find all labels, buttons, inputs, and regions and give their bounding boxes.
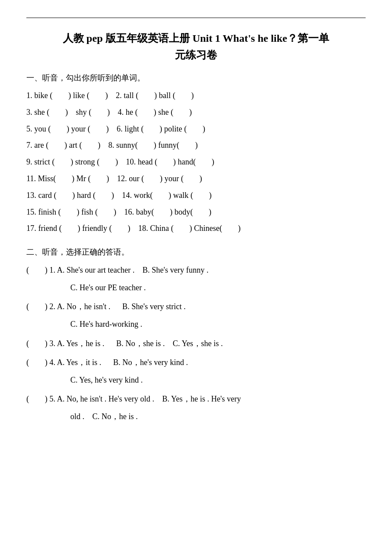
blank — [154, 204, 170, 221]
blank — [144, 171, 160, 187]
blank — [82, 137, 98, 154]
opt-3c: C. Yes，she is . — [173, 339, 223, 348]
blank — [48, 137, 64, 154]
section2-item-3: ( ) 3. A. Yes，he is . B. No，she is . C. … — [26, 335, 366, 353]
answer-blank-1 — [29, 262, 45, 279]
blank — [184, 171, 200, 187]
blank — [100, 154, 116, 171]
opt-4c: C. Yes, he's very kind . — [26, 372, 366, 389]
opt-3b: B. No，she is . — [116, 339, 165, 348]
blank — [90, 121, 106, 138]
blank — [175, 88, 191, 104]
top-divider — [26, 18, 366, 18]
opt-2c: C. He's hard-working . — [26, 316, 366, 333]
opt-3a: A. Yes，he is . — [57, 339, 105, 348]
opt-1b: B. She's very funny . — [142, 266, 208, 274]
blank — [196, 154, 211, 171]
answer-blank-4 — [29, 354, 45, 372]
blank — [222, 220, 238, 237]
blank — [144, 121, 160, 138]
blank — [91, 104, 107, 121]
blank — [152, 187, 168, 204]
opt-5b: B. Yes，he is . He's very — [162, 394, 241, 403]
title-block: 人教 pep 版五年级英语上册 Unit 1 What's he like？第一… — [26, 31, 366, 62]
blank — [179, 137, 195, 154]
answer-blank-5 — [29, 391, 45, 408]
opt-4a: A. Yes，it is . — [57, 358, 102, 367]
blank — [95, 187, 111, 204]
row-3: 5. you ( ) your ( ) 6. light ( ) polite … — [26, 121, 366, 138]
section2-item-4: ( ) 4. A. Yes，it is . B. No，he's very ki… — [26, 354, 366, 389]
section1-title: 一、听音，勾出你所听到的单词。 — [26, 73, 366, 83]
blank — [51, 121, 67, 138]
row-5: 9. strict ( ) strong ( ) 10. head ( ) ha… — [26, 154, 366, 171]
blank — [91, 171, 106, 187]
blank — [50, 104, 65, 121]
blank — [138, 88, 154, 104]
blank — [61, 204, 77, 221]
section2-item-2: ( ) 2. A. No，he isn't . B. She's very st… — [26, 298, 366, 333]
section2-items: ( ) 1. A. She's our art teacher . B. She… — [26, 262, 366, 425]
blank — [56, 187, 72, 204]
row-7: 13. card ( ) hard ( ) 14. work( ) walk (… — [26, 187, 366, 204]
opt-5a: A. No, he isn't . He's very old . — [57, 394, 154, 403]
blank — [55, 154, 71, 171]
opt-4b: B. No，he's very kind . — [113, 358, 188, 367]
blank — [62, 220, 77, 237]
opt-2a: A. No，he isn't . — [57, 302, 111, 311]
opt-5-continued: old . C. No，he is . — [26, 408, 366, 426]
blank — [173, 104, 189, 121]
row-1: 1. bike ( ) like ( ) 2. tall ( ) ball ( … — [26, 88, 366, 104]
section2-title: 二、听音，选择正确的答语。 — [26, 247, 366, 257]
blank — [193, 204, 209, 221]
title-line2: 元练习卷 — [26, 48, 366, 62]
row-4: 7. are ( ) art ( ) 8. sunny( ) funny( ) — [26, 137, 366, 154]
row-2: 3. she ( ) shy ( ) 4. he ( ) she ( ) — [26, 104, 366, 121]
blank — [193, 187, 209, 204]
blank — [138, 104, 153, 121]
blank — [89, 88, 105, 104]
blank — [98, 204, 114, 221]
answer-blank-3 — [29, 335, 45, 353]
blank — [187, 121, 203, 138]
opt-1c: C. He's our PE teacher . — [26, 279, 366, 297]
row-8: 15. finish ( ) fish ( ) 16. baby( ) body… — [26, 204, 366, 221]
answer-blank-2 — [29, 298, 45, 316]
opt-1a: A. She's our art teacher . — [57, 266, 135, 274]
row-6: 11. Miss( ) Mr ( ) 12. our ( ) your ( ) — [26, 171, 366, 187]
title-line1: 人教 pep 版五年级英语上册 Unit 1 What's he like？第一… — [26, 31, 366, 45]
row-9: 17. friend ( ) friendly ( ) 18. China ( … — [26, 220, 366, 237]
blank — [157, 154, 173, 171]
opt-2b: B. She's very strict . — [122, 302, 185, 311]
blank — [52, 88, 68, 104]
section2-item-5: ( ) 5. A. No, he isn't . He's very old .… — [26, 391, 366, 425]
blank — [138, 137, 153, 154]
section1-rows: 1. bike ( ) like ( ) 2. tall ( ) ball ( … — [26, 88, 366, 237]
blank — [112, 220, 127, 237]
section2-item-1: ( ) 1. A. She's our art teacher . B. She… — [26, 262, 366, 296]
blank — [174, 220, 189, 237]
blank — [56, 171, 72, 187]
